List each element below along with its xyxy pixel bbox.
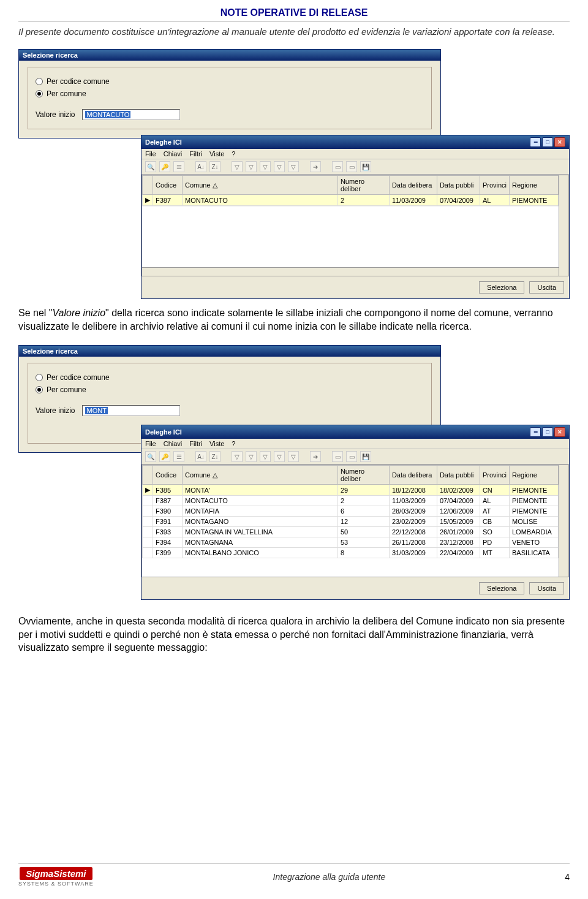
close-icon[interactable]: ✕	[554, 427, 565, 437]
doc2-icon[interactable]: ▭	[346, 451, 357, 462]
uscita-button[interactable]: Uscita	[529, 281, 564, 294]
filter2-icon[interactable]: ▽	[246, 161, 257, 172]
titlebar-deleghe-2[interactable]: Deleghe ICI ━ □ ✕	[141, 425, 569, 439]
filter-icon[interactable]: ▽	[232, 161, 243, 172]
filter2-icon[interactable]: ▽	[246, 451, 257, 462]
logo: SigmaSistemi SYSTEMS & SOFTWARE	[18, 867, 94, 887]
sort-asc-icon[interactable]: A↓	[195, 451, 206, 462]
col-datadel[interactable]: Data delibera	[389, 176, 437, 195]
valore-inizio-label: Valore inizio	[36, 110, 75, 119]
v-scrollbar[interactable]	[559, 175, 568, 276]
maximize-icon[interactable]: □	[542, 427, 553, 437]
body-para-1: Se nel "Valore inizio" della ricerca son…	[18, 306, 570, 333]
sort-desc-icon[interactable]: Z↓	[209, 451, 221, 462]
col-reg[interactable]: Regione	[510, 466, 559, 485]
screenshot-group-1: Selezione ricerca Per codice comune Per …	[18, 49, 570, 294]
valore-inizio-input[interactable]: MONTACUTO	[82, 109, 180, 120]
h-scrollbar[interactable]	[142, 267, 559, 276]
col-comune[interactable]: Comune △	[183, 176, 338, 195]
tree-icon[interactable]: ☰	[173, 451, 184, 462]
radio-per-comune[interactable]: Per comune	[36, 89, 424, 98]
radio-icon	[36, 386, 43, 393]
tree-icon[interactable]: ☰	[173, 161, 184, 172]
sort-desc-icon[interactable]: Z↓	[209, 161, 221, 172]
doc-icon[interactable]: ▭	[332, 451, 343, 462]
table-row[interactable]: F390MONTAFIA628/03/200912/06/2009ATPIEMO…	[143, 506, 559, 517]
table-row[interactable]: F387MONTACUTO211/03/200907/04/2009ALPIEM…	[143, 496, 559, 506]
filter5-icon[interactable]: ▽	[288, 451, 299, 462]
valore-inizio-input[interactable]: MONT	[82, 405, 180, 416]
arrow-right-icon[interactable]: ➔	[310, 451, 321, 462]
footer-text: Integrazione alla guida utente	[273, 872, 386, 882]
menu-chiavi[interactable]: Chiavi	[164, 150, 183, 157]
sort-asc-icon[interactable]: A↓	[195, 161, 206, 172]
data-grid-2: Codice Comune △ Numero deliber Data deli…	[141, 465, 569, 577]
save-icon[interactable]: 💾	[360, 161, 371, 172]
menu-viste[interactable]: Viste	[209, 150, 224, 157]
menubar: File Chiavi Filtri Viste ?	[141, 149, 569, 159]
col-numero[interactable]: Numero deliber	[337, 176, 389, 195]
doc-icon[interactable]: ▭	[332, 161, 343, 172]
body-para-2: Ovviamente, anche in questa seconda moda…	[18, 615, 570, 654]
save-icon[interactable]: 💾	[360, 451, 371, 462]
table-row[interactable]: ▶ F387 MONTACUTO 2 11/03/2009 07/04/2009…	[143, 195, 559, 206]
filter-icon[interactable]: ▽	[232, 451, 243, 462]
menu-viste[interactable]: Viste	[209, 440, 224, 447]
titlebar-selezione-1: Selezione ricerca	[19, 50, 440, 61]
seleziona-button[interactable]: Seleziona	[479, 281, 524, 294]
radio-icon	[36, 374, 43, 381]
close-icon[interactable]: ✕	[554, 137, 565, 147]
filter5-icon[interactable]: ▽	[288, 161, 299, 172]
maximize-icon[interactable]: □	[542, 137, 553, 147]
radio-icon	[36, 90, 43, 97]
menu-filtri[interactable]: Filtri	[189, 150, 202, 157]
menu-filtri[interactable]: Filtri	[189, 440, 202, 447]
col-datapub[interactable]: Data pubbli	[437, 466, 480, 485]
uscita-button[interactable]: Uscita	[529, 582, 564, 594]
col-comune[interactable]: Comune △	[183, 466, 338, 485]
table-row[interactable]: F391MONTAGANO1223/02/200915/05/2009CBMOL…	[143, 517, 559, 527]
menu-file[interactable]: File	[145, 150, 156, 157]
filter3-icon[interactable]: ▽	[260, 451, 271, 462]
menu-help[interactable]: ?	[232, 440, 235, 447]
toolbar: 🔍 🔑 ☰ A↓ Z↓ ▽ ▽ ▽ ▽ ▽ ➔ ▭ ▭ 💾	[141, 449, 569, 465]
window-deleghe-1: Deleghe ICI ━ □ ✕ File Chiavi Filtri Vis…	[141, 135, 570, 299]
table-row[interactable]: F394MONTAGNANA5326/11/200823/12/2008PDVE…	[143, 537, 559, 548]
table-row[interactable]: ▶F385MONTA'2918/12/200818/02/2009CNPIEMO…	[143, 485, 559, 496]
table-row[interactable]: F393MONTAGNA IN VALTELLINA5022/12/200826…	[143, 527, 559, 537]
divider	[18, 21, 570, 21]
titlebar-selezione-2: Selezione ricerca	[19, 346, 440, 357]
col-prov[interactable]: Provinci	[480, 466, 509, 485]
col-codice[interactable]: Codice	[153, 176, 183, 195]
col-numero[interactable]: Numero deliber	[337, 466, 389, 485]
col-datapub[interactable]: Data pubbli	[437, 176, 480, 195]
key-icon[interactable]: 🔑	[159, 451, 170, 462]
key-icon[interactable]: 🔑	[159, 161, 170, 172]
col-codice[interactable]: Codice	[153, 466, 183, 485]
search-icon[interactable]: 🔍	[145, 161, 156, 172]
table-row[interactable]: F399MONTALBANO JONICO831/03/200922/04/20…	[143, 548, 559, 558]
intro-text: Il presente documento costituisce un'int…	[18, 26, 570, 37]
menu-file[interactable]: File	[145, 440, 156, 447]
page-number: 4	[565, 872, 570, 882]
filter4-icon[interactable]: ▽	[274, 451, 285, 462]
col-datadel[interactable]: Data delibera	[389, 466, 437, 485]
menu-help[interactable]: ?	[232, 150, 235, 157]
seleziona-button[interactable]: Seleziona	[479, 582, 524, 594]
doc2-icon[interactable]: ▭	[346, 161, 357, 172]
radio-per-codice[interactable]: Per codice comune	[36, 77, 424, 86]
filter4-icon[interactable]: ▽	[274, 161, 285, 172]
radio-per-codice[interactable]: Per codice comune	[36, 373, 424, 382]
col-prov[interactable]: Provinci	[480, 176, 509, 195]
col-reg[interactable]: Regione	[510, 176, 559, 195]
minimize-icon[interactable]: ━	[530, 427, 541, 437]
search-icon[interactable]: 🔍	[145, 451, 156, 462]
v-scrollbar[interactable]	[559, 465, 568, 577]
minimize-icon[interactable]: ━	[530, 137, 541, 147]
menu-chiavi[interactable]: Chiavi	[164, 440, 183, 447]
titlebar-deleghe-1[interactable]: Deleghe ICI ━ □ ✕	[141, 135, 569, 149]
filter3-icon[interactable]: ▽	[260, 161, 271, 172]
radio-icon	[36, 78, 43, 85]
arrow-right-icon[interactable]: ➔	[310, 161, 321, 172]
radio-per-comune[interactable]: Per comune	[36, 385, 424, 394]
